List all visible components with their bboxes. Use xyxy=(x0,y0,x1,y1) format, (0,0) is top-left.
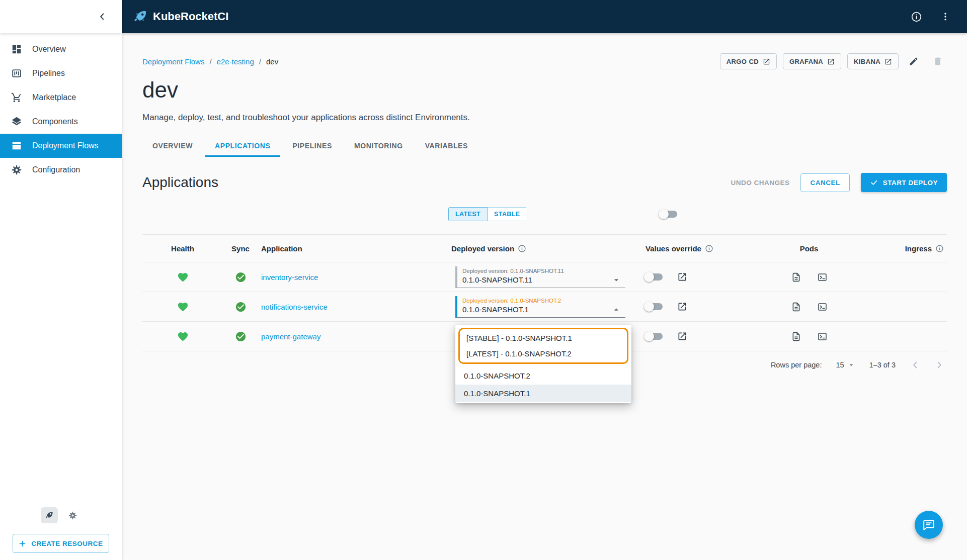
breadcrumb-current: dev xyxy=(266,57,278,66)
chevron-left-icon xyxy=(97,11,108,22)
info-icon xyxy=(911,11,922,23)
edit-environment-button[interactable] xyxy=(905,52,923,70)
open-values-button[interactable] xyxy=(675,269,690,285)
external-link-icon xyxy=(827,58,835,65)
breadcrumb-e2e-testing[interactable]: e2e-testing xyxy=(217,57,254,66)
tab-variables[interactable]: VARIABLES xyxy=(415,136,478,157)
delete-environment-button[interactable] xyxy=(929,52,947,70)
environment-quick-links: ARGO CD GRAFANA KIBANA xyxy=(720,52,947,70)
application-link[interactable]: payment-gateway xyxy=(261,332,320,341)
page-title: dev xyxy=(142,77,947,103)
sidebar-item-label: Configuration xyxy=(32,165,80,174)
next-page-button[interactable] xyxy=(934,359,945,370)
breadcrumb: Deployment Flows / e2e-testing / dev xyxy=(142,57,278,66)
sidebar-item-marketplace[interactable]: Marketplace xyxy=(0,85,122,110)
info-icon[interactable] xyxy=(935,244,944,253)
info-button[interactable] xyxy=(908,8,925,25)
bulk-toggle-switch[interactable] xyxy=(660,211,677,218)
info-icon[interactable] xyxy=(705,244,713,253)
sidebar-collapse-button[interactable] xyxy=(94,8,111,25)
argocd-link-button[interactable]: ARGO CD xyxy=(720,53,777,69)
sidebar-item-deployment-flows[interactable]: Deployment Flows xyxy=(0,134,122,158)
rows-per-page-label: Rows per page: xyxy=(771,361,822,369)
breadcrumb-separator: / xyxy=(259,57,261,66)
application-link[interactable]: notifications-service xyxy=(261,303,328,311)
toggle-stable[interactable]: STABLE xyxy=(488,207,527,221)
grafana-link-button[interactable]: GRAFANA xyxy=(783,53,841,69)
tab-pipelines[interactable]: PIPELINES xyxy=(282,136,342,157)
rocket-quick-button[interactable] xyxy=(41,507,58,523)
health-heart-icon xyxy=(177,271,189,283)
col-values-override: Values override xyxy=(625,244,751,253)
values-override-toggle[interactable] xyxy=(646,333,663,340)
pod-terminal-button[interactable] xyxy=(815,269,830,285)
undo-changes-button[interactable]: UNDO CHANGES xyxy=(731,179,789,186)
col-deployed-version-label: Deployed version xyxy=(451,244,514,253)
deployed-version-select[interactable]: Deployed version: 0.1.0-SNAPSHOT.2 0.1.0… xyxy=(455,296,625,318)
open-values-button[interactable] xyxy=(675,329,690,344)
col-application: Application xyxy=(258,244,434,253)
sidebar-item-pipelines[interactable]: Pipelines xyxy=(0,61,122,85)
menu-option-snapshot-2[interactable]: 0.1.0-SNAPSHOT.2 xyxy=(455,367,631,385)
check-icon xyxy=(870,178,878,186)
rocket-icon xyxy=(45,511,54,520)
pod-terminal-button[interactable] xyxy=(815,299,830,314)
menu-option-snapshot-1[interactable]: 0.1.0-SNAPSHOT.1 xyxy=(455,385,631,402)
table-row: inventory-service Deployed version: 0.1.… xyxy=(142,262,947,292)
col-sync: Sync xyxy=(223,244,258,253)
cluster-settings-button[interactable] xyxy=(64,507,81,524)
gear-icon xyxy=(11,164,22,175)
col-health: Health xyxy=(142,244,223,253)
pod-logs-button[interactable] xyxy=(788,299,803,314)
tab-applications[interactable]: APPLICATIONS xyxy=(205,136,280,157)
terminal-icon xyxy=(817,331,828,342)
external-link-icon xyxy=(677,302,687,312)
pod-logs-button[interactable] xyxy=(788,329,803,344)
sidebar-nav: Overview Pipelines Marketplace Component… xyxy=(0,37,122,182)
values-override-toggle[interactable] xyxy=(646,273,663,281)
external-link-icon xyxy=(884,58,892,65)
application-link[interactable]: inventory-service xyxy=(261,273,318,282)
sidebar-item-components[interactable]: Components xyxy=(0,110,122,134)
breadcrumb-deployment-flows[interactable]: Deployment Flows xyxy=(142,57,204,66)
chevron-right-icon xyxy=(934,359,945,370)
deployed-version-value: 0.1.0-SNAPSHOT.1 xyxy=(462,305,529,314)
dashboard-icon xyxy=(11,44,22,55)
menu-option-latest[interactable]: [LATEST] - 0.1.0-SNAPSHOT.2 xyxy=(460,346,627,361)
create-resource-button[interactable]: CREATE RESOURCE xyxy=(13,534,109,553)
menu-option-stable[interactable]: [STABLE] - 0.1.0-SNAPSHOT.1 xyxy=(460,330,627,346)
kibana-label: KIBANA xyxy=(854,58,880,65)
pod-logs-button[interactable] xyxy=(788,269,803,285)
start-deploy-button[interactable]: START DEPLOY xyxy=(861,173,947,192)
tab-overview[interactable]: OVERVIEW xyxy=(142,136,203,157)
toggle-latest[interactable]: LATEST xyxy=(448,207,488,221)
chevron-left-icon xyxy=(910,359,921,370)
brand-logo[interactable]: KubeRocketCI xyxy=(133,9,228,24)
pagination-range: 1–3 of 3 xyxy=(869,361,896,369)
brand-name: KubeRocketCI xyxy=(153,10,228,23)
pod-terminal-button[interactable] xyxy=(815,329,830,344)
sidebar-item-configuration[interactable]: Configuration xyxy=(0,158,122,182)
app-root: Overview Pipelines Marketplace Component… xyxy=(0,0,967,560)
chat-fab-button[interactable] xyxy=(915,511,943,539)
tab-monitoring[interactable]: MONITORING xyxy=(344,136,413,157)
breadcrumb-separator: / xyxy=(209,57,211,66)
rocket-icon xyxy=(133,9,148,24)
rows-per-page-select[interactable]: 15 xyxy=(836,361,855,369)
table-header: Health Sync Application Deployed version… xyxy=(142,234,947,262)
sidebar-item-overview[interactable]: Overview xyxy=(0,37,122,61)
plus-icon xyxy=(19,540,26,547)
values-override-toggle[interactable] xyxy=(646,303,663,310)
previous-page-button[interactable] xyxy=(910,359,921,370)
applications-heading: Applications xyxy=(142,174,218,191)
document-icon xyxy=(791,272,801,283)
open-values-button[interactable] xyxy=(675,299,690,314)
info-icon[interactable] xyxy=(518,244,526,253)
cancel-button[interactable]: CANCEL xyxy=(800,173,849,192)
deployed-version-select[interactable]: Deployed version: 0.1.0-SNAPSHOT.11 0.1.… xyxy=(455,266,625,288)
kibana-link-button[interactable]: KIBANA xyxy=(847,53,899,69)
terminal-icon xyxy=(817,272,828,283)
topbar-actions xyxy=(908,8,954,25)
sidebar: Overview Pipelines Marketplace Component… xyxy=(0,0,122,560)
more-menu-button[interactable] xyxy=(937,8,954,25)
